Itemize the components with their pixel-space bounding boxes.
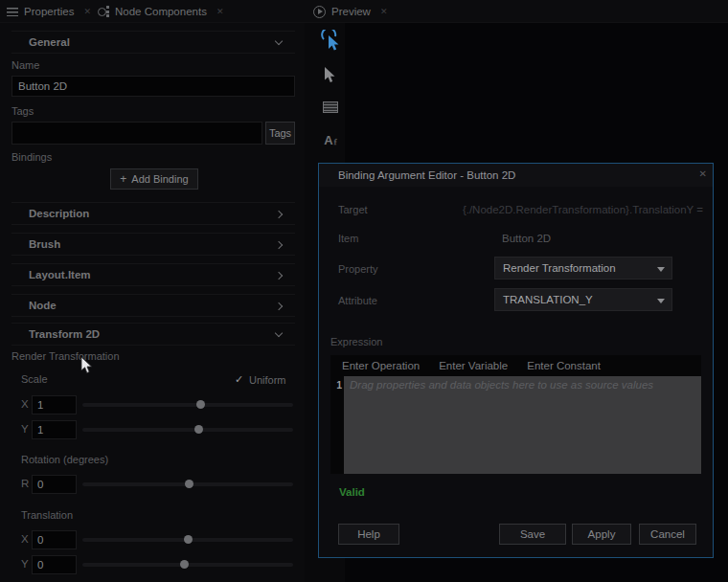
translation-x-input[interactable] [32,530,77,549]
section-layout-item[interactable]: Layout.Item [11,263,295,286]
close-icon[interactable]: ✕ [699,168,707,179]
slider-thumb[interactable] [180,560,189,569]
expression-toolbar: Enter Operation Enter Variable Enter Con… [330,355,701,376]
slider-thumb[interactable] [184,535,193,544]
scale-y-axis-label: Y [21,423,29,435]
chevron-right-icon [275,241,283,249]
enter-operation-button[interactable]: Enter Operation [342,360,420,371]
section-description[interactable]: Description [11,202,295,225]
translation-x-row: X [0,530,305,549]
grid-tool-button[interactable] [319,96,342,119]
translation-y-slider[interactable] [82,563,293,567]
tags-label: Tags [11,105,34,117]
translation-y-input[interactable] [32,555,77,574]
play-icon [313,6,326,18]
text-tool-button[interactable]: A [319,128,342,151]
property-dropdown[interactable]: Render Transformation [494,257,672,280]
translation-y-axis-label: Y [21,558,29,570]
section-general[interactable]: General [11,31,295,54]
node-components-icon [98,6,109,17]
close-icon[interactable]: ✕ [380,7,388,16]
scale-x-axis-label: X [21,398,29,410]
add-binding-button[interactable]: Add Binding [110,168,198,190]
rotation-axis-label: R [21,478,29,489]
rotation-slider[interactable] [82,482,293,486]
section-transform-2d[interactable]: Transform 2D [11,323,295,346]
uniform-checkbox[interactable] [235,373,246,385]
grid-icon [323,101,338,113]
chevron-down-icon [275,37,283,45]
tags-button[interactable]: Tags [265,122,295,145]
name-label: Name [11,59,39,71]
add-binding-label: Add Binding [131,173,188,185]
enter-variable-button[interactable]: Enter Variable [439,360,508,371]
attribute-dropdown[interactable]: TRANSLATION_Y [494,288,672,311]
scale-x-input[interactable] [32,395,77,414]
select-cursor-icon [324,66,337,83]
chevron-down-icon [275,329,283,337]
tab-preview[interactable]: Preview ✕ [313,0,387,23]
translation-x-axis-label: X [21,533,29,545]
property-dropdown-value: Render Transformation [503,262,616,274]
validation-status: Valid [339,486,365,498]
line-number: 1 [330,376,344,474]
tab-node-components-label: Node Components [115,6,207,17]
interact-tool-button[interactable] [319,29,342,52]
mouse-cursor-icon [80,356,93,374]
translation-x-slider[interactable] [82,538,293,542]
scale-y-input[interactable] [32,420,77,439]
section-general-label: General [29,36,70,48]
tags-input[interactable] [11,122,262,145]
close-icon[interactable]: ✕ [216,7,224,16]
binding-argument-editor-dialog: Binding Argument Editor - Button 2D ✕ Ta… [318,163,714,558]
render-transformation-label: Render Transformation [11,350,120,362]
chevron-right-icon [275,272,283,280]
slider-thumb[interactable] [185,480,193,488]
properties-panel: General Name Tags Tags Bindings Add Bind… [0,23,305,582]
target-label: Target [338,204,368,215]
section-node[interactable]: Node [11,294,295,317]
scale-x-slider[interactable] [82,403,293,407]
tab-node-components[interactable]: Node Components ✕ [98,0,223,23]
name-input[interactable] [11,76,295,97]
tab-preview-label: Preview [331,6,371,17]
translation-y-row: Y [0,555,305,574]
expression-editor[interactable]: 1 Drag properties and data objects here … [330,376,701,474]
chevron-down-icon [657,299,665,303]
rotation-input[interactable] [32,475,77,494]
uniform-label: Uniform [249,374,286,386]
dialog-title: Binding Argument Editor - Button 2D [319,164,713,187]
tab-bar: Properties ✕ Node Components ✕ Preview ✕ [0,0,728,23]
scale-y-row: Y [0,420,305,439]
text-tool-icon: A [324,133,336,147]
item-label: Item [338,233,358,244]
section-brush-label: Brush [29,238,60,250]
cancel-button[interactable]: Cancel [639,524,696,545]
enter-constant-button[interactable]: Enter Constant [527,360,601,371]
interact-icon [321,30,340,51]
rotation-label: Rotation (degrees) [21,454,108,465]
attribute-dropdown-value: TRANSLATION_Y [503,294,593,305]
section-node-label: Node [29,300,57,311]
chevron-down-icon [657,267,665,272]
close-icon[interactable]: ✕ [83,7,91,16]
scale-label: Scale [21,373,48,385]
scale-y-slider[interactable] [82,428,293,432]
app-window: Properties ✕ Node Components ✕ Preview ✕… [0,0,728,582]
scale-x-row: X [0,395,305,414]
translation-label: Translation [21,509,73,521]
save-button[interactable]: Save [499,524,566,545]
help-button[interactable]: Help [338,524,399,545]
chevron-right-icon [275,211,283,218]
section-layout-item-label: Layout.Item [29,269,91,280]
select-tool-button[interactable] [319,63,342,86]
expression-input-area[interactable]: Drag properties and data objects here to… [344,376,701,474]
section-brush[interactable]: Brush [11,233,295,256]
property-label: Property [338,263,378,275]
tab-properties[interactable]: Properties ✕ [7,0,91,23]
apply-button[interactable]: Apply [572,524,631,545]
chevron-right-icon [275,302,283,310]
slider-thumb[interactable] [194,425,203,434]
slider-thumb[interactable] [196,400,205,409]
attribute-label: Attribute [338,295,377,306]
